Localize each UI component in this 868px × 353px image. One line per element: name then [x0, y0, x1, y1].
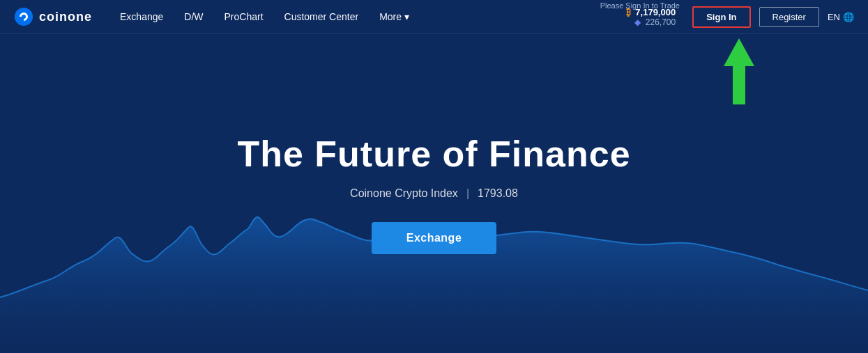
nav-dw[interactable]: D/W — [184, 11, 203, 22]
globe-icon: 🌐 — [843, 12, 854, 22]
eth-ticker: ◆ 226,700 — [634, 17, 676, 27]
nav-right: Please Sign In to Trade ₿ 7,179,000 ◆ 22… — [626, 6, 854, 28]
arrow-shaft — [733, 66, 745, 104]
nav-prochart[interactable]: ProChart — [224, 11, 264, 22]
nav-exchange[interactable]: Exchange — [120, 11, 163, 22]
hero-title: The Future of Finance — [237, 133, 630, 175]
nav-customer-center[interactable]: Customer Center — [284, 11, 359, 22]
subtitle-divider: | — [466, 187, 469, 200]
exchange-cta-button[interactable]: Exchange — [372, 222, 497, 254]
hero-subtitle: Coinone Crypto Index | 1793.08 — [350, 187, 518, 200]
svg-point-0 — [15, 8, 33, 26]
crypto-index-label: Coinone Crypto Index — [350, 187, 458, 200]
eth-icon: ◆ — [634, 17, 641, 27]
language-selector[interactable]: EN 🌐 — [828, 12, 854, 22]
crypto-index-value: 1793.08 — [478, 187, 518, 200]
nav-more[interactable]: More ▾ — [379, 11, 409, 22]
please-sign-label: Please Sign In to Trade — [600, 1, 680, 10]
nav-links: Exchange D/W ProChart Customer Center Mo… — [120, 11, 626, 22]
logo-text: coinone — [39, 10, 92, 24]
logo[interactable]: coinone — [14, 7, 92, 26]
coinone-logo-icon — [14, 7, 33, 26]
chevron-down-icon: ▾ — [404, 11, 409, 22]
sign-in-button[interactable]: Sign In — [692, 6, 750, 28]
annotation-arrow — [724, 38, 754, 104]
register-button[interactable]: Register — [759, 7, 819, 27]
navbar: coinone Exchange D/W ProChart Customer C… — [0, 0, 868, 34]
arrow-up-icon — [724, 38, 754, 66]
